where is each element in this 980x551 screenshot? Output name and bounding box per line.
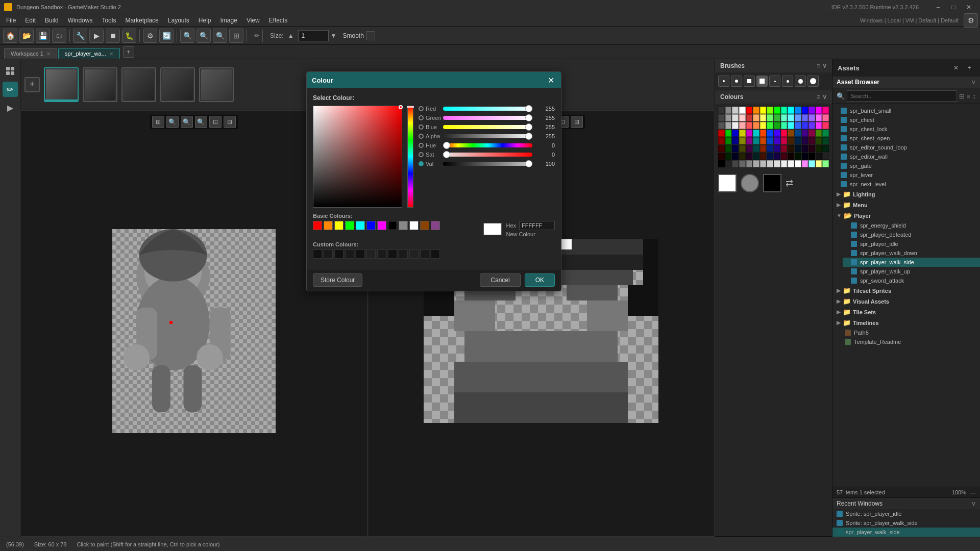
asset-panel-close[interactable]: ✕ — [950, 62, 962, 73]
swatch[interactable] — [746, 145, 753, 152]
swatch[interactable] — [732, 145, 739, 152]
swatch[interactable] — [795, 130, 801, 137]
swatch[interactable] — [802, 130, 808, 137]
swatch[interactable] — [767, 137, 773, 144]
recent-windows-header[interactable]: Recent Windows ∨ — [832, 497, 980, 509]
swatch[interactable] — [802, 114, 808, 121]
swatch[interactable] — [725, 114, 732, 121]
folder-tile-sets[interactable]: ▶ 📁 Tile Sets — [832, 307, 980, 317]
swatch[interactable] — [781, 137, 788, 144]
swatch[interactable] — [822, 145, 829, 152]
menu-image[interactable]: Image — [216, 16, 241, 25]
colours-collapse[interactable]: ∨ — [822, 93, 827, 101]
foreground-colour[interactable] — [718, 174, 737, 192]
swatch[interactable] — [774, 114, 780, 121]
workspace-tab-close[interactable]: ✕ — [46, 51, 51, 57]
basic-swatch-magenta[interactable] — [377, 221, 386, 230]
brushes-expand[interactable]: ≡ — [817, 62, 820, 69]
custom-swatch-8[interactable] — [388, 249, 397, 259]
blue-slider[interactable] — [443, 125, 532, 129]
swatch[interactable] — [822, 153, 829, 160]
basic-swatch-purple[interactable] — [431, 221, 440, 230]
view-icon[interactable]: ≡ — [967, 92, 971, 100]
zoom-custom-left[interactable]: 🔍 — [195, 116, 207, 128]
swatch[interactable] — [718, 107, 725, 114]
swatch[interactable] — [739, 145, 746, 152]
val-radio[interactable] — [419, 161, 424, 166]
swatch[interactable] — [739, 130, 746, 137]
tree-item-spr-chest-lock[interactable]: spr_chest_lock — [832, 124, 980, 134]
folder-player[interactable]: ▼ 📂 Player — [832, 210, 980, 221]
sort-icon[interactable]: ↕ — [973, 92, 976, 100]
frame-2[interactable] — [83, 67, 117, 102]
tree-item-path6[interactable]: Path6 — [832, 328, 980, 337]
recent-item-spr-player-walk-side-sprite[interactable]: Sprite: spr_player_walk_side — [832, 518, 980, 528]
custom-swatch-9[interactable] — [399, 249, 408, 259]
tree-item-spr-barrel-small[interactable]: spr_barrel_small — [832, 106, 980, 115]
custom-swatch-11[interactable] — [420, 249, 429, 259]
swatch[interactable] — [753, 153, 760, 160]
red-slider[interactable] — [443, 107, 532, 111]
minimize-button[interactable]: – — [931, 0, 945, 14]
swatch[interactable] — [795, 107, 801, 114]
swatch[interactable] — [808, 145, 815, 152]
menu-tools[interactable]: Tools — [97, 16, 120, 25]
swatch[interactable] — [795, 160, 801, 167]
green-radio[interactable] — [419, 115, 424, 120]
colour-dialog-close[interactable]: ✕ — [546, 75, 556, 85]
zoom-in-left[interactable]: 🔍 — [181, 116, 193, 128]
swatch[interactable] — [767, 153, 773, 160]
red-radio-label[interactable]: Red — [419, 106, 439, 112]
brushes-header[interactable]: Brushes ≡ ∨ — [715, 59, 832, 72]
swatch[interactable] — [774, 130, 780, 137]
swatch[interactable] — [788, 130, 794, 137]
swatch[interactable] — [725, 107, 732, 114]
swatch[interactable] — [760, 122, 767, 129]
swatch[interactable] — [718, 122, 725, 129]
basic-swatch-black[interactable] — [388, 221, 397, 230]
tree-item-spr-player-defeated[interactable]: spr_player_defeated — [843, 230, 980, 239]
green-radio-label[interactable]: Green — [419, 115, 439, 121]
swatch[interactable] — [760, 160, 767, 167]
colour-gradient-picker[interactable] — [313, 106, 402, 208]
swatch[interactable] — [739, 137, 746, 144]
zoom-reset-button[interactable]: ⊞ — [229, 29, 243, 43]
hue-radio-label[interactable]: Hue — [419, 142, 439, 148]
basic-swatch-cyan[interactable] — [356, 221, 365, 230]
zoom-out-left[interactable]: 🔍 — [166, 116, 179, 128]
editor-tab-close[interactable]: ✕ — [109, 51, 113, 57]
swatch[interactable] — [795, 114, 801, 121]
swatch[interactable] — [808, 122, 815, 129]
build-button[interactable]: 🔧 — [73, 29, 87, 43]
asset-browser-tab[interactable]: Asset Browser — [837, 79, 879, 86]
debug-button[interactable]: 🐛 — [122, 29, 136, 43]
swatch[interactable] — [732, 114, 739, 121]
blue-radio[interactable] — [419, 124, 424, 130]
swatch[interactable] — [822, 107, 829, 114]
swatch[interactable] — [788, 122, 794, 129]
zoom-out-button[interactable]: 🔍 — [197, 29, 211, 43]
swatch[interactable] — [808, 137, 815, 144]
folder-menu[interactable]: ▶ 📁 Menu — [832, 199, 980, 210]
add-frame-button[interactable]: + — [24, 77, 40, 92]
basic-swatch-red[interactable] — [313, 221, 322, 230]
alpha-slider[interactable] — [443, 134, 532, 138]
swatch[interactable] — [795, 122, 801, 129]
swatch[interactable] — [781, 130, 788, 137]
menu-view[interactable]: View — [242, 16, 264, 25]
brush-alt1[interactable] — [769, 76, 780, 87]
asset-search-input[interactable] — [847, 90, 957, 102]
brush-sq-sm[interactable] — [744, 76, 755, 87]
swatch[interactable] — [774, 160, 780, 167]
swatch[interactable] — [760, 145, 767, 152]
swatch[interactable] — [753, 122, 760, 129]
asset-panel-add[interactable]: + — [964, 62, 975, 73]
swatch[interactable] — [808, 114, 815, 121]
swatch[interactable] — [746, 160, 753, 167]
swatch[interactable] — [788, 114, 794, 121]
zoom-in-button[interactable]: 🔍 — [180, 29, 194, 43]
recent-item-spr-player-idle[interactable]: Sprite: spr_player_idle — [832, 509, 980, 518]
swatch[interactable] — [795, 137, 801, 144]
swatch[interactable] — [802, 137, 808, 144]
zoom-minus[interactable]: — — [970, 489, 976, 495]
